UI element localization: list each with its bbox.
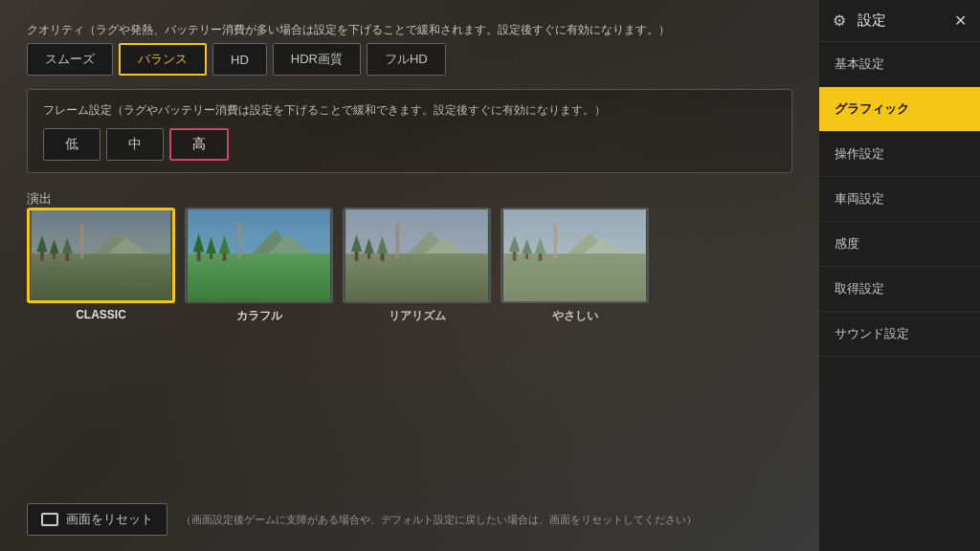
frame-tabs: 低 中 高: [43, 128, 776, 161]
bottom-bar: 画面をリセット （画面設定後ゲームに支障がある場合や、デフォルト設定に戻したい場…: [27, 503, 792, 536]
effect-item-classic[interactable]: CLASSIC: [27, 208, 175, 324]
effect-name-classic: CLASSIC: [76, 308, 126, 321]
effect-item-colorful[interactable]: カラフル: [185, 208, 333, 324]
effect-name-colorful: カラフル: [236, 308, 282, 324]
quality-label: クオリティ（ラグや発熱、バッテリー消費が多い場合は設定を下げることで緩和されます…: [27, 21, 792, 39]
quality-tabs: スムーズ バランス HD HDR画質 フルHD: [27, 43, 792, 76]
sidebar-item-sound[interactable]: サウンド設定: [819, 312, 980, 357]
frame-section: フレーム設定（ラグやバッテリー消費は設定を下げることで緩和できます。設定後すぐに…: [27, 89, 792, 173]
frame-tab-high[interactable]: 高: [169, 128, 229, 161]
bottom-note: （画面設定後ゲームに支障がある場合や、デフォルト設定に戻したい場合は、画面をリセ…: [181, 513, 697, 527]
svg-rect-27: [238, 224, 241, 258]
frame-label: フレーム設定（ラグやバッテリー消費は設定を下げることで緩和できます。設定後すぐに…: [43, 101, 776, 119]
effect-name-soft: やさしい: [552, 308, 598, 324]
svg-rect-31: [345, 253, 488, 301]
effects-section: 演出: [27, 187, 792, 324]
close-icon[interactable]: ✕: [954, 11, 967, 30]
svg-point-15: [35, 266, 80, 280]
quality-tab-hd[interactable]: HD: [212, 43, 267, 76]
quality-tab-hdr[interactable]: HDR画質: [273, 43, 361, 76]
effect-thumb-classic: [27, 208, 175, 303]
svg-point-16: [112, 269, 166, 287]
sidebar: ⚙ 設定 ✕ 基本設定 グラフィック 操作設定 車両設定 感度 取得設定 サウン…: [819, 0, 980, 551]
reset-button[interactable]: 画面をリセット: [27, 503, 167, 536]
effect-item-realism[interactable]: リアリズム: [343, 208, 491, 324]
frame-tab-mid[interactable]: 中: [106, 128, 164, 161]
sidebar-header-icons: ⚙ 設定: [833, 11, 886, 30]
sidebar-item-basic[interactable]: 基本設定: [819, 42, 980, 87]
frame-tab-low[interactable]: 低: [43, 128, 100, 161]
effect-thumb-realism: [343, 208, 491, 303]
effect-name-realism: リアリズム: [389, 308, 446, 324]
sidebar-header: ⚙ 設定 ✕: [819, 0, 980, 42]
reset-button-label: 画面をリセット: [66, 511, 153, 528]
svg-rect-53: [554, 224, 557, 258]
effects-grid: CLASSIC: [27, 208, 792, 324]
svg-rect-10: [80, 224, 83, 258]
sidebar-item-pickup[interactable]: 取得設定: [819, 267, 980, 312]
sidebar-menu: 基本設定 グラフィック 操作設定 車両設定 感度 取得設定 サウンド設定: [819, 42, 980, 551]
quality-tab-balance[interactable]: バランス: [119, 43, 207, 76]
svg-rect-44: [503, 253, 646, 301]
sidebar-item-graphics[interactable]: グラフィック: [819, 87, 980, 132]
svg-rect-40: [396, 224, 399, 258]
reset-icon: [41, 513, 58, 526]
effect-thumb-colorful: [185, 208, 333, 303]
svg-rect-18: [188, 253, 330, 301]
main-content: クオリティ（ラグや発熱、バッテリー消費が多い場合は設定を下げることで緩和されます…: [0, 0, 819, 551]
quality-tab-fullhd[interactable]: フルHD: [367, 43, 446, 76]
sidebar-item-vehicle[interactable]: 車両設定: [819, 177, 980, 222]
sidebar-item-controls[interactable]: 操作設定: [819, 132, 980, 177]
quality-tab-smooth[interactable]: スムーズ: [27, 43, 113, 76]
effect-thumb-soft: [501, 208, 649, 303]
sidebar-title: 設定: [858, 11, 886, 30]
effect-item-soft[interactable]: やさしい: [501, 208, 649, 324]
quality-section: クオリティ（ラグや発熱、バッテリー消費が多い場合は設定を下げることで緩和されます…: [27, 21, 792, 76]
sidebar-item-sensitivity[interactable]: 感度: [819, 222, 980, 267]
effects-label: 演出: [27, 190, 792, 208]
gear-icon: ⚙: [833, 11, 846, 30]
